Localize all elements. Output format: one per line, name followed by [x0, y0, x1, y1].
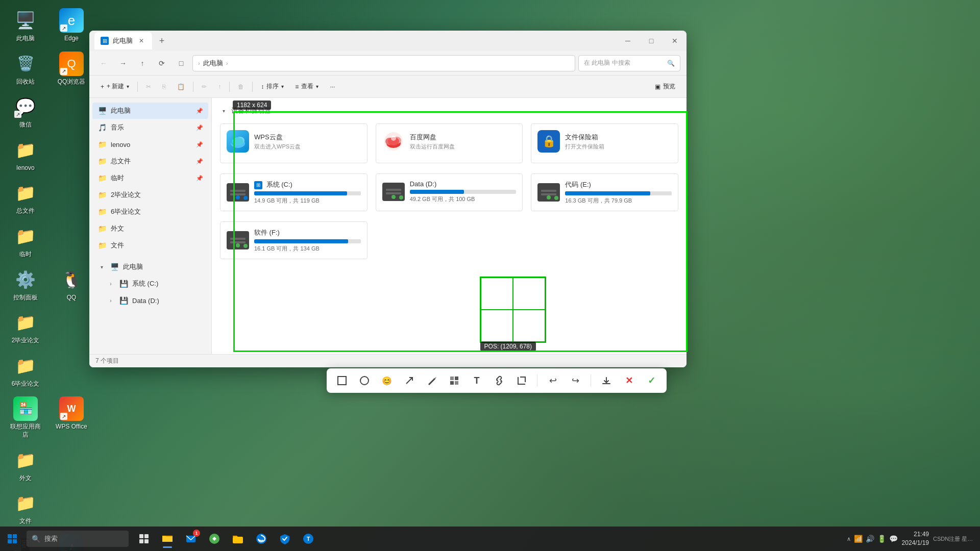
sidebar-section-this-pc[interactable]: ▾ 🖥️ 此电脑 [92, 259, 208, 275]
desktop-icon-my-computer[interactable]: 🖥️ 此电脑 [5, 5, 46, 46]
rename-icon: ✏ [202, 83, 207, 90]
battery-icon[interactable]: 🔋 [877, 535, 886, 543]
ss-link-button[interactable] [490, 371, 508, 390]
drive-d-item[interactable]: Data (D:) 49.2 GB 可用，共 100 GB [376, 173, 523, 211]
sidebar-item-files[interactable]: 📁 文件 [92, 237, 208, 254]
sidebar-item-thesis6[interactable]: 📁 6毕业论文 [92, 204, 208, 220]
forward-button[interactable]: → [115, 55, 131, 71]
drive-e-item[interactable]: 代码 (E:) 16.3 GB 可用，共 79.9 GB [531, 173, 678, 211]
new-tab-button[interactable]: + [154, 33, 169, 48]
desktop-icon-qq-browser[interactable]: Q QQ浏览器 [51, 48, 92, 89]
taskbar-app-defender[interactable] [274, 528, 296, 550]
taskbar-app-folder2[interactable] [227, 528, 249, 550]
up-button[interactable]: ↑ [134, 55, 151, 71]
refresh-button[interactable]: ⟳ [154, 55, 170, 71]
drive-c-info: ⊞ 系统 (C:) 14.9 GB 可用，共 119 GB [254, 180, 361, 205]
sidebar-item-this-pc[interactable]: 🖥️ 此电脑 📌 [92, 103, 208, 119]
taskbar-app-teams[interactable]: T [297, 528, 320, 550]
taskbar-app-apps[interactable] [203, 528, 226, 550]
ss-pen-button[interactable] [423, 371, 441, 390]
desktop-icon-control-panel[interactable]: ⚙️ 控制面板 [5, 264, 46, 305]
paste-button[interactable]: 📋 [172, 79, 190, 95]
rename-button[interactable]: ✏ [197, 79, 212, 95]
taskbar-search[interactable]: 🔍 搜索 [27, 531, 129, 547]
sidebar-item-drive-c[interactable]: › 💾 系统 (C:) [102, 276, 208, 292]
share-icon: ↑ [218, 83, 221, 90]
file-safe-item[interactable]: 🔒 文件保险箱 打开文件保险箱 [531, 123, 678, 163]
sidebar-item-music[interactable]: 🎵 音乐 📌 [92, 119, 208, 136]
search-bar[interactable]: 在 此电脑 中搜索 🔍 [578, 55, 680, 71]
section-toggle[interactable]: ▾ [220, 107, 227, 114]
ss-arrow-button[interactable] [400, 371, 419, 390]
view-toggle-button[interactable]: □ [173, 55, 189, 71]
desktop-icon-files[interactable]: 📁 文件 [5, 488, 46, 529]
drive-c-item[interactable]: ⊞ 系统 (C:) 14.9 GB 可用，共 119 GB [220, 173, 368, 211]
ss-rect-button[interactable] [333, 371, 351, 390]
sidebar-item-thesis2[interactable]: 📁 2毕业论文 [92, 187, 208, 203]
taskbar-app-edge[interactable] [250, 528, 273, 550]
delete-button[interactable]: 🗑 [233, 79, 249, 95]
sort-icon: ↕ [261, 83, 264, 90]
desktop-icon-thesis2[interactable]: 📁 2毕业论文 [5, 307, 46, 348]
preview-button[interactable]: ▣ 预览 [650, 79, 680, 95]
desktop-icon-total-files[interactable]: 📁 总文件 [5, 178, 46, 218]
drive-f-item[interactable]: 软件 (F:) 16.1 GB 可用，共 134 GB [220, 221, 368, 259]
network-icon[interactable]: 📶 [854, 535, 863, 543]
taskbar-app-timeline[interactable] [133, 528, 155, 550]
desktop-icon-temp[interactable]: 📁 临时 [5, 221, 46, 262]
desktop-icon-qq[interactable]: 🐧 QQ [51, 264, 92, 305]
desktop-icon-thesis6[interactable]: 📁 6毕业论文 [5, 350, 46, 391]
desktop-icon-edge[interactable]: e Edge [51, 5, 92, 46]
tray-expand-icon[interactable]: ∧ [847, 536, 851, 542]
ss-redo-button[interactable]: ↪ [566, 371, 584, 390]
desktop-icon-foreign[interactable]: 📁 外文 [5, 445, 46, 486]
taskbar-app-mail[interactable]: 1 [180, 528, 202, 550]
start-button[interactable] [0, 527, 24, 551]
share-button[interactable]: ↑ [213, 79, 226, 95]
sidebar-item-total[interactable]: 📁 总文件 📌 [92, 153, 208, 169]
taskbar-system-icons: ∧ 📶 🔊 🔋 💬 [847, 535, 898, 543]
ss-save-button[interactable] [597, 371, 616, 390]
ss-text-button[interactable]: T [468, 371, 486, 390]
ss-undo-button[interactable]: ↩ [544, 371, 562, 390]
ss-confirm-button[interactable]: ✓ [642, 371, 660, 390]
cut-button[interactable]: ✂ [141, 79, 156, 95]
desktop-icon-recycle-bin[interactable]: 🗑️ 回收站 [5, 48, 46, 89]
desktop-icon-appstore[interactable]: 🏪 联想应用商店 [5, 393, 46, 442]
ss-crop-button[interactable] [512, 371, 531, 390]
sidebar-item-drive-d[interactable]: › 💾 Data (D:) [102, 292, 208, 309]
wps-cloud-item[interactable]: WPS云盘 双击进入WPS云盘 [220, 123, 368, 163]
sidebar-item-temp[interactable]: 📁 临时 📌 [92, 170, 208, 186]
sidebar-item-lenovo[interactable]: 📁 lenovo 📌 [92, 136, 208, 153]
ss-cancel-button[interactable]: ✕ [620, 371, 638, 390]
files-icon: 📁 [97, 241, 107, 250]
more-button[interactable]: ··· [325, 79, 340, 95]
close-button[interactable]: ✕ [663, 31, 687, 51]
wps-cloud-info: WPS云盘 双击进入WPS云盘 [254, 133, 361, 151]
taskbar-app-explorer[interactable] [156, 528, 179, 550]
ss-circle-button[interactable] [355, 371, 374, 390]
taskbar-time[interactable]: 21:49 2024/1/19 [902, 530, 929, 547]
address-bar[interactable]: › 此电脑 › [192, 55, 575, 71]
view-button[interactable]: ≡ 查看 ▾ [290, 79, 324, 95]
tab-icon: ⊞ [101, 37, 109, 45]
sidebar-item-foreign[interactable]: 📁 外文 [92, 220, 208, 237]
new-button[interactable]: + + 新建 ▾ [95, 79, 134, 95]
back-button[interactable]: ← [95, 55, 112, 71]
minimize-button[interactable]: ─ [616, 31, 640, 51]
ss-emoji-button[interactable]: 😊 [378, 371, 396, 390]
ss-mosaic-button[interactable] [445, 371, 463, 390]
notification-icon[interactable]: 💬 [889, 535, 898, 543]
tab-close-button[interactable]: ✕ [137, 36, 146, 45]
maximize-button[interactable]: □ [640, 31, 663, 51]
baidu-cloud-item[interactable]: 百度网盘 双击运行百度网盘 [376, 123, 523, 163]
desktop-icon-wps[interactable]: W WPS Office [51, 393, 92, 442]
desktop-icon-wechat[interactable]: 💬 微信 [5, 91, 46, 132]
sort-button[interactable]: ↕ 排序 ▾ [256, 79, 289, 95]
copy-button[interactable]: ⎘ [157, 79, 171, 95]
desktop-icon-lenovo[interactable]: 📁 lenovo [5, 135, 46, 176]
drive-c-disk-icon [227, 183, 249, 202]
tab-this-pc[interactable]: ⊞ 此电脑 ✕ [94, 32, 152, 49]
drive-f-info: 软件 (F:) 16.1 GB 可用，共 134 GB [254, 228, 361, 253]
volume-icon[interactable]: 🔊 [866, 535, 874, 543]
